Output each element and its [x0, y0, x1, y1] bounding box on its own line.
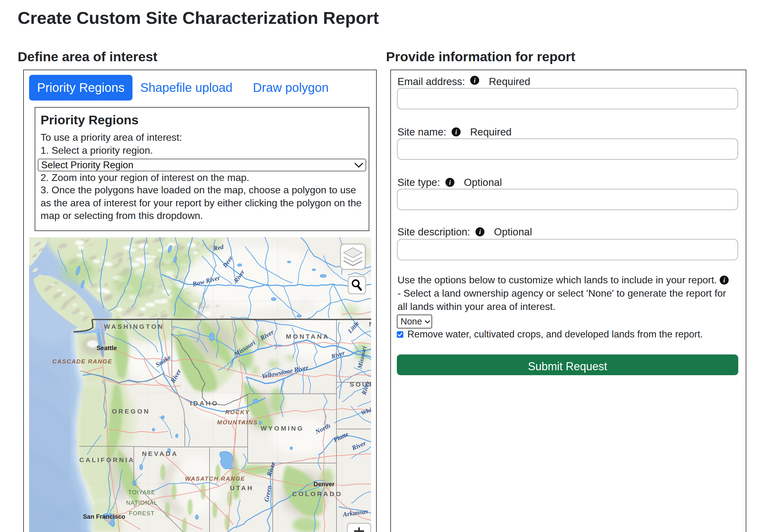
svg-text:i: i — [479, 228, 481, 236]
svg-text:i: i — [455, 128, 457, 136]
svg-text:i: i — [723, 276, 725, 284]
svg-text:i: i — [474, 76, 476, 84]
svg-text:i: i — [449, 178, 451, 186]
